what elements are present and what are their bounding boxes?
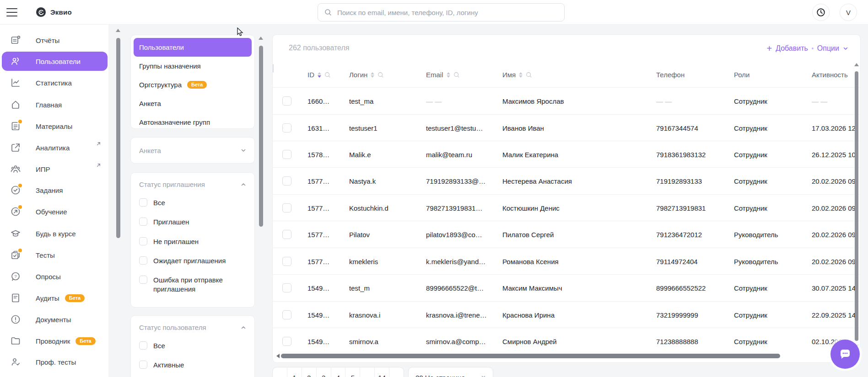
table-row[interactable]: 1578… Malik.e malik@team.ru Малик Екатер… — [273, 141, 861, 168]
page-next-button[interactable]: › — [389, 367, 404, 377]
row-checkbox[interactable] — [282, 150, 291, 159]
table-row[interactable]: 1549… test_m 89996665522@t… Максим Макси… — [273, 274, 861, 301]
chat-fab[interactable] — [830, 340, 860, 369]
table-row[interactable]: 1577… Pilatov pilatov1893@co… Пилатов Се… — [273, 221, 861, 248]
menu-icon[interactable] — [6, 8, 18, 17]
tab-users[interactable]: Пользователи — [134, 38, 252, 57]
filters-scrollbar[interactable] — [259, 46, 263, 227]
search-input[interactable] — [336, 8, 558, 17]
per-page-select[interactable]: 20 На странице ✕ — [408, 367, 493, 377]
tab-label: Автоназначение групп — [139, 118, 210, 126]
table-row[interactable]: 1549… smirnov.a smirnov.a@comp… Смирнов … — [273, 328, 861, 355]
sort-icon[interactable] — [519, 72, 523, 78]
checkbox-not-invited[interactable] — [139, 237, 147, 245]
column-search-icon[interactable] — [377, 72, 384, 78]
table-row[interactable]: 1549… krasnova.i krasnova.i@trene… Красн… — [273, 301, 861, 328]
global-search — [318, 3, 565, 21]
page-ellipsis: … — [360, 367, 374, 377]
filter-invite-status-header[interactable]: Статус приглашения — [139, 181, 246, 188]
options-button[interactable]: Опции — [817, 44, 839, 53]
row-checkbox[interactable] — [282, 283, 291, 292]
sidebar-item-explorer[interactable]: Проводник Бета — [2, 331, 108, 350]
top-bar: Эквио V — [0, 0, 868, 25]
graduation-cap-icon — [10, 228, 21, 239]
tab-orgstructure[interactable]: ОргструктураБета — [134, 75, 252, 94]
hscroll-left-arrow[interactable] — [276, 354, 280, 358]
cell-id: 1578… — [307, 151, 329, 159]
cell-login: Pilatov — [349, 231, 370, 239]
column-header-id: ID — [307, 71, 314, 79]
sidebar-item-reports[interactable]: Отчёты — [2, 31, 108, 50]
user-avatar[interactable]: V — [840, 4, 857, 21]
select-all-checkbox[interactable] — [273, 64, 274, 73]
brand[interactable]: Эквио — [36, 7, 72, 17]
cell-phone: — — — [656, 97, 672, 105]
sidebar-item-users[interactable]: Пользователи — [2, 52, 108, 71]
page-prev-button[interactable]: ‹ — [273, 367, 287, 377]
sidebar-scrollbar[interactable] — [116, 38, 120, 238]
scrollbar-up-arrow[interactable] — [116, 29, 120, 32]
horizontal-scrollbar[interactable] — [281, 354, 780, 358]
row-checkbox[interactable] — [282, 176, 291, 186]
tab-group-autoassign[interactable]: Автоназначение групп — [134, 113, 252, 132]
page-button[interactable]: 14 — [374, 367, 389, 377]
sidebar-item-surveys[interactable]: ? Опросы — [2, 267, 108, 286]
sort-icon[interactable] — [371, 72, 374, 78]
page-button[interactable]: 1 — [287, 367, 302, 377]
sidebar-item-statistics[interactable]: Статистика — [2, 73, 108, 92]
checkbox-invited[interactable] — [139, 218, 147, 226]
table-row[interactable]: 1577… kmekleris k.mekleris@yand… Романов… — [273, 248, 861, 275]
separator-dot — [812, 48, 814, 49]
table-scrollbar-up-arrow[interactable] — [854, 63, 859, 66]
row-checkbox[interactable] — [282, 230, 291, 239]
row-checkbox[interactable] — [282, 257, 291, 266]
add-button[interactable]: Добавить — [776, 44, 808, 53]
page-button[interactable]: 5 — [345, 367, 360, 377]
sidebar-item-documents[interactable]: Документы — [2, 310, 108, 329]
column-search-icon[interactable] — [526, 72, 532, 78]
sidebar-item-tasks[interactable]: Задания — [2, 181, 108, 200]
sidebar-item-home[interactable]: Главная — [2, 95, 108, 114]
tab-assignment-groups[interactable]: Группы назначения — [134, 57, 252, 75]
cell-id: 1549… — [307, 338, 329, 345]
tab-anketa[interactable]: Анкета — [134, 94, 252, 113]
sidebar-item-ipr[interactable]: ИПР — [2, 159, 108, 179]
page-button[interactable]: 4 — [331, 367, 345, 377]
sidebar-item-news[interactable]: Будь в курсе — [2, 224, 108, 243]
table-row[interactable]: 1631… testuser1 testuser1@testu… Иванов … — [273, 114, 861, 141]
checkbox-active-users[interactable] — [139, 361, 147, 369]
column-search-icon[interactable] — [324, 72, 331, 78]
table-row[interactable]: 1577… Nastya.k 719192893133@… Нестерева … — [273, 167, 861, 194]
page-button[interactable]: 3 — [316, 367, 331, 377]
checkbox-awaiting-invite[interactable] — [139, 256, 147, 265]
row-checkbox[interactable] — [282, 310, 291, 319]
filter-title: Статус пользователя — [139, 324, 206, 331]
checkbox-invite-error[interactable] — [139, 276, 147, 284]
sidebar-item-materials[interactable]: Материалы — [2, 117, 108, 136]
scrollbar-up-arrow[interactable] — [259, 37, 263, 40]
sidebar-item-learning[interactable]: Обучение — [2, 202, 108, 221]
checkbox-all-users[interactable] — [139, 341, 147, 350]
sidebar-item-analytics[interactable]: Аналитика — [2, 138, 108, 157]
row-checkbox[interactable] — [282, 203, 291, 212]
table-row[interactable]: 1660… test_ma — — Максимов Ярослав — — С… — [273, 87, 861, 114]
checkbox-all[interactable] — [139, 198, 147, 207]
history-button[interactable] — [812, 4, 830, 21]
sidebar-item-label: Задания — [36, 186, 63, 194]
sidebar-item-audits[interactable]: Аудиты Бета — [2, 288, 108, 308]
row-checkbox[interactable] — [282, 123, 291, 133]
sidebar-item-prof-tests[interactable]: Проф. тесты — [2, 352, 108, 372]
table-row[interactable]: 1577… Kostuchkin.d 7982713919831… Костюш… — [273, 194, 861, 221]
sidebar-item-tests[interactable]: Тесты — [2, 245, 108, 265]
sort-icon[interactable] — [318, 72, 321, 78]
filter-user-status-header[interactable]: Статус пользователя — [139, 324, 246, 331]
row-checkbox[interactable] — [282, 337, 291, 346]
table-scrollbar[interactable] — [855, 71, 858, 341]
row-checkbox[interactable] — [282, 96, 291, 106]
sort-icon[interactable] — [447, 72, 450, 78]
anketa-dropdown[interactable]: Анкета — [130, 137, 255, 164]
sidebar-item-label: Тесты — [36, 251, 55, 259]
page-button[interactable]: 2 — [302, 367, 316, 377]
clear-icon[interactable]: ✕ — [481, 374, 486, 377]
column-search-icon[interactable] — [453, 72, 460, 78]
